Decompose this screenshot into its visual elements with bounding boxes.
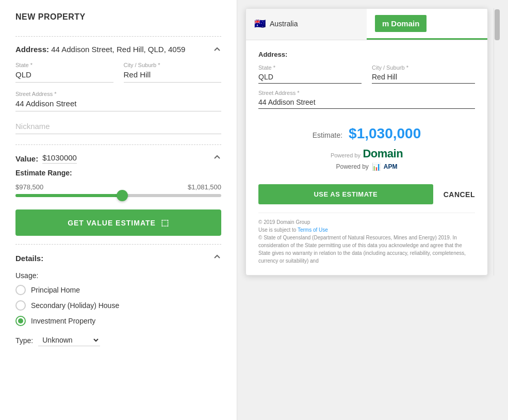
street-address-group: Street Address * 44 Addison Street [15, 91, 221, 111]
popup-state-value: QLD [258, 73, 362, 84]
tab-australia-label: Australia [270, 20, 298, 28]
powered-by-domain-label: Powered by [331, 152, 360, 158]
radio-secondary-house-indicator [15, 300, 26, 311]
left-panel: NEW PROPERTY Address: 44 Addison Street,… [0, 0, 237, 420]
value-header: Value: $1030000 [15, 153, 221, 164]
apm-logo-icon: 📊 [372, 163, 381, 171]
domain-logo: m Domain [375, 15, 427, 32]
terms-link[interactable]: Terms of Use [298, 227, 328, 233]
type-row: Type: Unknown [15, 334, 221, 346]
slider-thumb[interactable] [117, 190, 128, 201]
estimate-range-section: Estimate Range: $978,500 $1,081,500 [15, 169, 221, 197]
right-panel: 🇦🇺 Australia m Domain Address: State * [237, 0, 508, 420]
address-header: Address: 44 Addison Street, Red Hill, QL… [15, 45, 185, 54]
page-title: NEW PROPERTY [15, 12, 221, 22]
nickname-input[interactable] [15, 122, 221, 134]
popup-street-label: Street Address * [258, 90, 475, 96]
street-label: Street Address * [15, 91, 221, 97]
domain-brand: Domain [363, 147, 403, 160]
popup-state-label: State * [258, 64, 362, 71]
popup-city-label: City / Suburb * [372, 64, 475, 71]
get-estimate-label: GET VALUE ESTIMATE [68, 219, 156, 227]
radio-principal-home[interactable]: Principal Home [15, 285, 221, 295]
city-value: Red Hill [124, 70, 222, 83]
radio-investment-property[interactable]: Investment Property [15, 316, 221, 326]
use-estimate-button[interactable]: USE AS ESTIMATE [258, 184, 433, 204]
details-collapse-icon[interactable] [213, 253, 221, 263]
slider-fill [15, 194, 122, 197]
popup-wrapper: 🇦🇺 Australia m Domain Address: State * [245, 8, 500, 276]
usage-radio-group: Principal Home Secondary (Holiday) House… [15, 285, 221, 326]
range-max: $1,081,500 [188, 183, 221, 191]
powered-by-apm-text: Powered by [336, 163, 368, 170]
type-label: Type: [15, 336, 33, 345]
state-label: State * [15, 62, 113, 68]
value-slider[interactable] [15, 194, 221, 197]
au-flag-icon: 🇦🇺 [254, 18, 266, 29]
popup-street-field: Street Address * 44 Addison Street [258, 90, 475, 109]
type-select[interactable]: Unknown [38, 334, 100, 346]
popup-footer: © 2019 Domain Group Use is subject to Te… [258, 213, 475, 265]
tab-domain[interactable]: m Domain [367, 9, 487, 40]
popup-content: Address: State * QLD City / Suburb * Red… [246, 40, 487, 275]
value-amount: $1030000 [42, 153, 77, 164]
range-min: $978,500 [15, 183, 43, 191]
domain-tab-label: Domain [391, 19, 419, 28]
radio-investment-property-indicator [15, 316, 26, 326]
city-label: City / Suburb * [124, 62, 222, 68]
estimate-amount: $1,030,000 [349, 125, 421, 142]
popup-scrollbar[interactable] [494, 8, 500, 276]
popup-actions: USE AS ESTIMATE CANCEL [258, 184, 475, 204]
footer-copyright: © 2019 Domain Group [258, 218, 475, 226]
radio-secondary-house[interactable]: Secondary (Holiday) House [15, 300, 221, 311]
popup-street-row: Street Address * 44 Addison Street [258, 90, 475, 109]
cancel-button[interactable]: CANCEL [444, 190, 475, 199]
nickname-group [15, 122, 221, 134]
popup-state-field: State * QLD [258, 64, 362, 84]
street-value: 44 Addison Street [15, 99, 221, 111]
estimate-label: Estimate: [313, 131, 342, 139]
value-section: Value: $1030000 [15, 153, 221, 164]
apm-brand-label: APM [384, 163, 398, 170]
state-field: State * QLD [15, 62, 113, 83]
details-label: Details: [15, 254, 43, 263]
city-field: City / Suburb * Red Hill [124, 62, 222, 83]
estimate-section: Estimate: $1,030,000 Powered by Domain P… [258, 115, 475, 184]
popup-state-city-row: State * QLD City / Suburb * Red Hill [258, 64, 475, 84]
state-value: QLD [15, 70, 113, 83]
radio-investment-property-label: Investment Property [31, 317, 95, 325]
value-label: Value: [15, 154, 38, 163]
slider-track [15, 194, 221, 197]
details-section: Details: Usage: Principal Home Secondary… [15, 253, 221, 346]
popup-tabs: 🇦🇺 Australia m Domain [246, 9, 487, 40]
footer-terms: Use is subject to Terms of Use [258, 226, 475, 234]
radio-secondary-house-label: Secondary (Holiday) House [31, 301, 119, 310]
external-link-icon: ⬚ [161, 218, 169, 228]
domain-m-letter: m [382, 19, 389, 28]
powered-by-apm: Powered by 📊 APM [258, 163, 475, 171]
estimate-range-label: Estimate Range: [15, 169, 221, 177]
details-header: Details: [15, 253, 221, 263]
state-city-row: State * QLD City / Suburb * Red Hill [15, 62, 221, 83]
popup-city-field: City / Suburb * Red Hill [372, 64, 475, 84]
popup-city-value: Red Hill [372, 73, 475, 84]
tab-australia[interactable]: 🇦🇺 Australia [246, 9, 367, 40]
footer-state-disclaimer: © State of Queensland (Department of Nat… [258, 234, 475, 265]
address-collapse-icon[interactable] [213, 45, 221, 54]
address-section-header: Address: 44 Addison Street, Red Hill, QL… [15, 45, 221, 54]
popup-street-value: 44 Addison Street [258, 98, 475, 109]
radio-principal-home-indicator [15, 285, 26, 295]
popup-address-label: Address: [258, 51, 475, 58]
popup-container: 🇦🇺 Australia m Domain Address: State * [245, 8, 488, 276]
value-collapse-icon[interactable] [213, 153, 221, 164]
scrollbar-thumb[interactable] [495, 9, 500, 40]
range-values: $978,500 $1,081,500 [15, 183, 221, 191]
radio-principal-home-label: Principal Home [31, 286, 80, 294]
usage-label: Usage: [15, 271, 221, 280]
get-estimate-button[interactable]: GET VALUE ESTIMATE ⬚ [15, 209, 221, 236]
